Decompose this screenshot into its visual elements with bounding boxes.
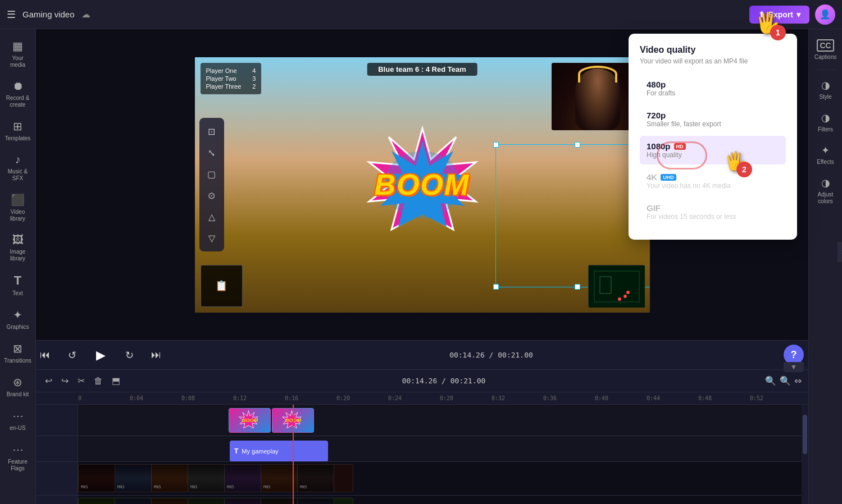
effect-clip-1[interactable]: BOOM [229, 408, 271, 433]
video-library-icon: ⬛ [11, 193, 25, 207]
sidebar-item-brand-kit[interactable]: ⊛ Brand kit [2, 371, 34, 402]
redo-button[interactable]: ↪ [59, 373, 71, 388]
right-label-filters: Filters [818, 126, 833, 133]
delete-button[interactable]: 🗑 [92, 374, 105, 388]
cut-button[interactable]: ✂ [75, 373, 87, 388]
effect-clip-2[interactable]: BOOM [272, 408, 314, 433]
svg-text:BOOM: BOOM [242, 418, 258, 423]
sidebar-item-video-library[interactable]: ⬛ Video library [2, 189, 34, 227]
quality-720p-desc: Smaller file, faster export [647, 120, 779, 128]
ruler-mark-0: 0 [78, 395, 130, 401]
sidebar-item-your-media[interactable]: ▦ Your media [2, 35, 34, 73]
minimap-bottomright [588, 265, 644, 307]
video-canvas[interactable]: Blue team 6 : 4 Red Team Player One4 Pla… [195, 57, 650, 313]
your-media-icon: ▦ [12, 39, 23, 53]
thumb-label-7: MN5 [300, 485, 307, 489]
sidebar-item-transitions[interactable]: ⊠ Transitions [2, 337, 34, 369]
export-label: Export [768, 10, 793, 19]
quality-option-720p[interactable]: 720p Smaller file, faster export [640, 105, 786, 134]
right-sidebar-item-style[interactable]: ◑ Style [811, 75, 841, 105]
quality-480p-label: 480p [647, 80, 779, 89]
thumb-6: MN5 [261, 465, 298, 492]
crop-tool[interactable]: ⊡ [203, 122, 221, 140]
fit-timeline-button[interactable]: ⇔ [794, 375, 802, 386]
video-clip-2[interactable] [78, 498, 353, 504]
sidebar-label-templates: Templates [5, 135, 31, 142]
track-content-v1: MN5 MN5 MN5 MN5 [78, 462, 808, 495]
quality-720p-label: 720p [647, 111, 779, 120]
thumb-2-2 [115, 498, 152, 504]
right-label-adjust-colors: Adjust colors [813, 191, 839, 205]
timeline-scrollbar[interactable] [802, 405, 808, 504]
flip-v-tool[interactable]: △ [203, 208, 221, 226]
boom-graphic[interactable]: BOOM [349, 123, 495, 246]
flip-h-tool[interactable]: ▽ [203, 229, 221, 247]
templates-icon: ⊞ [13, 120, 22, 133]
left-sidebar: ▦ Your media ⏺ Record & create ⊞ Templat… [0, 29, 36, 504]
my-gameplay-clip[interactable]: T My gameplay [230, 441, 328, 461]
zoom-out-button[interactable]: 🔍 [765, 375, 776, 386]
track-label-v1 [36, 462, 78, 495]
ruler-mark-48: 0:48 [698, 395, 750, 401]
sidebar-label-graphics: Graphics [6, 324, 29, 331]
sidebar-item-language[interactable]: ⋯ en-US [2, 405, 34, 436]
timeline-scrollbar-thumb[interactable] [803, 415, 807, 455]
timeline-ruler: 0 0:04 0:08 0:12 0:16 0:20 0:24 0:28 0:3… [36, 392, 808, 405]
right-sidebar-item-adjust-colors[interactable]: ◑ Adjust colors [811, 172, 841, 209]
resize-tool[interactable]: ⤡ [203, 144, 221, 162]
sidebar-label-transitions: Transitions [4, 358, 31, 364]
undo-button[interactable]: ↩ [43, 373, 54, 388]
quality-option-4k[interactable]: 4K UHD Your video has no 4K media [640, 167, 786, 195]
sidebar-item-feature-flags[interactable]: ⋯ Feature Flags [2, 438, 34, 476]
svg-point-7 [626, 291, 630, 294]
play-pause-button[interactable]: ▶ [90, 345, 111, 366]
text-icon: T [14, 273, 21, 288]
avatar-icon: 👤 [820, 9, 831, 20]
snapshot-button[interactable]: ⬒ [110, 373, 122, 388]
collapse-handle[interactable]: ▼ [784, 362, 804, 372]
sidebar-item-music-sfx[interactable]: ♪ Music & SFX [2, 149, 34, 186]
sidebar-label-record: Record & create [4, 95, 32, 108]
right-sidebar-item-effects[interactable]: ✦ Effects [811, 140, 841, 170]
zoom-in-button[interactable]: 🔍 [780, 375, 791, 386]
track-label-gameplay [36, 436, 78, 461]
screen-tool[interactable]: ▢ [203, 165, 221, 183]
sidebar-item-image-library[interactable]: 🖼 Image library [2, 229, 34, 267]
video-clip-1[interactable]: MN5 MN5 MN5 MN5 [78, 464, 353, 492]
timeline-timecode: 00:14.26 / 00:21.00 [402, 377, 486, 385]
forward-5s-button[interactable]: ↻ [120, 346, 138, 364]
badge-uhd: UHD [661, 174, 676, 181]
thumb-2-1 [79, 498, 115, 504]
ruler-mark-52: 0:52 [750, 395, 802, 401]
menu-icon[interactable]: ☰ [7, 8, 16, 21]
right-label-style: Style [819, 94, 831, 100]
project-title[interactable]: Gaming video [22, 10, 75, 19]
quality-option-gif[interactable]: GIF For videos 15 seconds or less [640, 198, 786, 226]
avatar[interactable]: 👤 [815, 4, 835, 25]
camera-tool[interactable]: ⊙ [203, 186, 221, 204]
topbar: ☰ Gaming video ☁ ⬆ Export ▾ 👤 [0, 0, 842, 29]
export-dropdown-icon: ▾ [797, 10, 800, 19]
timecode-display: 00:14.26 / 00:21.00 [449, 351, 533, 359]
quality-option-480p[interactable]: 480p For drafts [640, 74, 786, 103]
sidebar-item-record-create[interactable]: ⏺ Record & create [2, 75, 34, 113]
headphones-decoration [578, 66, 617, 83]
skip-forward-button[interactable]: ⏭ [147, 346, 165, 364]
quality-option-1080p[interactable]: 1080p HD High quality [640, 136, 786, 164]
track-text: BOOM BOOM [36, 405, 808, 436]
boom-text: BOOM [375, 168, 470, 201]
rewind-5s-button[interactable]: ↺ [63, 346, 81, 364]
sidebar-item-text[interactable]: T Text [2, 269, 34, 301]
canvas-edit-toolbar: ⊡ ⤡ ▢ ⊙ △ ▽ [199, 118, 224, 251]
right-sidebar-item-captions[interactable]: CC Captions [811, 35, 841, 65]
sidebar-item-templates[interactable]: ⊞ Templates [2, 115, 34, 146]
thumb-label-3: MN5 [154, 485, 161, 489]
export-button[interactable]: ⬆ Export ▾ [749, 6, 809, 24]
brand-icon: ⊛ [13, 375, 22, 389]
effect-clip-1-thumb: BOOM [229, 409, 270, 432]
total-time: 00:21.00 [498, 351, 533, 359]
sidebar-item-graphics[interactable]: ✦ Graphics [2, 304, 34, 335]
thumb-label-1: MN5 [81, 485, 88, 489]
skip-back-button[interactable]: ⏮ [36, 346, 54, 364]
right-sidebar-item-filters[interactable]: ◑ Filters [811, 107, 841, 138]
